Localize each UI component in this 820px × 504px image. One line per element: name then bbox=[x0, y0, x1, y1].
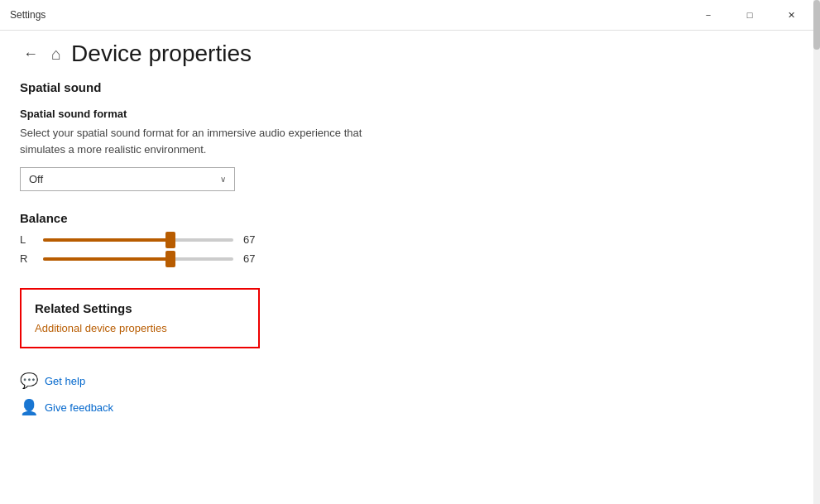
title-bar-left: Settings bbox=[10, 9, 46, 21]
maximize-button[interactable]: □ bbox=[731, 2, 769, 28]
balance-section: Balance L 67 R 67 bbox=[20, 211, 800, 265]
format-label: Spatial sound format bbox=[20, 108, 800, 120]
right-slider-thumb[interactable] bbox=[165, 251, 175, 267]
home-icon[interactable]: ⌂ bbox=[51, 45, 61, 64]
title-bar-title: Settings bbox=[10, 9, 46, 21]
right-slider-value: 67 bbox=[243, 252, 263, 265]
dropdown-arrow-icon: ∨ bbox=[220, 175, 226, 184]
give-feedback-row[interactable]: 👤 Give feedback bbox=[20, 398, 800, 416]
spatial-sound-heading: Spatial sound bbox=[20, 80, 800, 94]
left-slider-fill bbox=[43, 238, 170, 242]
format-desc: Select your spatial sound format for an … bbox=[20, 125, 400, 157]
get-help-row[interactable]: 💬 Get help bbox=[20, 372, 800, 390]
get-help-icon: 💬 bbox=[20, 372, 38, 390]
get-help-text[interactable]: Get help bbox=[45, 375, 85, 387]
title-bar: Settings − □ ✕ bbox=[0, 0, 820, 30]
left-balance-row: L 67 bbox=[20, 233, 800, 246]
related-settings-heading: Related Settings bbox=[35, 301, 245, 315]
additional-device-properties-link[interactable]: Additional device properties bbox=[35, 322, 167, 334]
help-section: 💬 Get help 👤 Give feedback bbox=[20, 372, 800, 416]
close-button[interactable]: ✕ bbox=[772, 2, 810, 28]
back-button[interactable]: ← bbox=[20, 44, 41, 65]
right-slider-track[interactable] bbox=[43, 257, 233, 261]
right-label: R bbox=[20, 252, 33, 265]
title-bar-controls: − □ ✕ bbox=[689, 2, 810, 28]
scrollbar-thumb[interactable] bbox=[813, 0, 820, 50]
minimize-button[interactable]: − bbox=[689, 2, 727, 28]
give-feedback-icon: 👤 bbox=[20, 398, 38, 416]
spatial-sound-dropdown[interactable]: Off ∨ bbox=[20, 167, 235, 191]
balance-heading: Balance bbox=[20, 211, 800, 225]
give-feedback-text[interactable]: Give feedback bbox=[45, 401, 113, 414]
right-slider-fill bbox=[43, 257, 170, 261]
left-label: L bbox=[20, 233, 33, 246]
title-bar-divider bbox=[0, 30, 820, 31]
left-slider-track[interactable] bbox=[43, 238, 233, 242]
dropdown-value: Off bbox=[29, 173, 43, 185]
scrollbar[interactable] bbox=[813, 0, 820, 504]
left-slider-thumb[interactable] bbox=[165, 232, 175, 248]
right-balance-row: R 67 bbox=[20, 252, 800, 265]
main-content: ← ⌂ Device properties Spatial sound Spat… bbox=[0, 34, 820, 444]
left-slider-value: 67 bbox=[243, 233, 263, 246]
related-settings-box: Related Settings Additional device prope… bbox=[20, 288, 260, 348]
page-title: Device properties bbox=[71, 41, 252, 67]
page-header: ← ⌂ Device properties bbox=[20, 34, 800, 80]
